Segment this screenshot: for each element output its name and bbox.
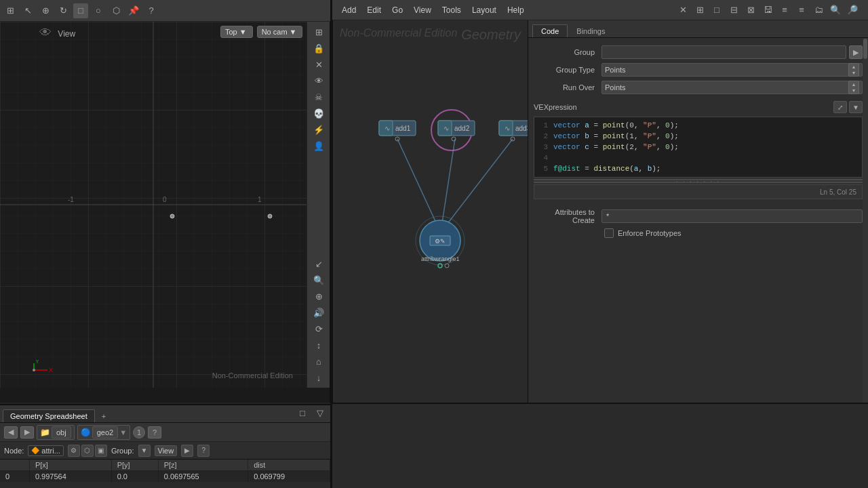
topbar-icon-1[interactable]: ✕ [675,3,690,18]
node-add2[interactable]: ∿ add2 [431,110,475,150]
nocam-dropdown[interactable]: No cam ▼ [257,26,303,38]
right-tool-13[interactable]: ⟳ [311,321,326,336]
node-icon-1[interactable]: ⚙ [68,445,80,457]
topbar-icon-11[interactable]: 🔎 [845,3,860,18]
nav-forward-button[interactable]: ▶ [20,426,34,439]
group-input[interactable] [601,45,846,59]
help-button[interactable]: ? [197,445,210,457]
toolbar-transform-icon[interactable]: ⊕ [38,3,53,18]
tab-bindings[interactable]: Bindings [568,24,614,37]
node-network-panel[interactable]: ⊞ Add Edit Go View Tools Layout Help Non… [332,0,528,403]
toolbar-help-icon[interactable]: ? [144,3,159,18]
nav-help-button[interactable]: ? [148,426,161,439]
grid-area[interactable]: -1 0 1 Non-Commercial Edition X Y [0,22,307,388]
menu-add[interactable]: Add [336,3,361,18]
toolbar-rotate-icon[interactable]: ↻ [56,3,71,18]
topbar-icon-2[interactable]: ⊞ [692,3,707,18]
group-type-control: Points ▲ ▼ [601,63,863,77]
topbar-icon-5[interactable]: ⊠ [743,3,758,18]
menu-edit[interactable]: Edit [361,3,387,18]
right-tool-3[interactable]: ✕ [311,57,326,72]
topbar-icon-6[interactable]: 🖫 [760,3,775,18]
toolbar-pin-icon[interactable]: 📌 [126,3,141,18]
menu-help[interactable]: Help [502,3,530,18]
menu-layout[interactable]: Layout [467,3,502,18]
right-tool-4[interactable]: 👁 [311,73,326,88]
view-dropdowns: Top ▼ No cam ▼ [220,26,302,38]
right-tool-6[interactable]: 💀 [311,106,326,121]
topbar-icon-10[interactable]: 🔍 [828,3,843,18]
node-icon-3[interactable]: ▣ [95,445,107,457]
view-dropdown[interactable]: View [155,445,178,456]
right-tool-15[interactable]: ⌂ [311,354,326,369]
svg-text:add1: add1 [395,125,411,132]
properties-panel: ⚙ Attribute Wrangle attribwrangle1 ⚙ 🔍 ?… [528,0,868,403]
node-icon-2[interactable]: ⬡ [81,445,94,457]
run-over-spinner[interactable]: ▲ ▼ [848,81,859,94]
right-tool-5[interactable]: ☠ [311,89,326,104]
ss-minimize-icon[interactable]: □ [295,405,310,420]
properties-scrollbar[interactable] [863,38,868,403]
menu-tools[interactable]: Tools [437,3,467,18]
topbar-icon-7[interactable]: ≡ [777,3,792,18]
run-over-control: Points ▲ ▼ [601,81,863,94]
right-tool-7[interactable]: ⚡ [311,122,326,137]
nav-context-dropdown[interactable]: obj [52,426,71,439]
vex-dropdown-btn[interactable]: ▼ [849,101,863,113]
node-add1[interactable]: ∿ add1 [379,121,416,141]
play-button[interactable]: ▶ [181,445,193,457]
nav-number-button[interactable]: 1 [133,426,145,439]
ss-expand-icon[interactable]: ▽ [313,405,328,420]
svg-point-8 [268,214,272,218]
right-tool-11[interactable]: ⊕ [311,289,326,304]
run-over-dropdown[interactable]: Points ▲ ▼ [601,81,863,94]
right-tool-10[interactable]: 🔍 [311,272,326,287]
right-tool-1[interactable]: ⊞ [311,24,326,39]
toolbar-box-icon[interactable]: □ [73,3,88,18]
code-line-5: 5 f@dist = distance(a, b); [537,163,859,174]
scrollbar-thumb[interactable] [863,39,867,59]
vex-resize-handle[interactable]: · · · · · · · [534,179,863,183]
svg-text:∿: ∿ [505,125,510,132]
toolbar-grid-icon[interactable]: ⊞ [3,3,18,18]
attr-create-input[interactable]: * [601,209,863,223]
tab-code[interactable]: Code [532,24,568,37]
group-filter-icon[interactable]: ▼ [138,445,151,457]
node-add3[interactable]: ∿ add3 [499,121,528,141]
node-network-svg[interactable]: ∿ add1 ∿ add2 ∿ add3 ⚙✎ [333,20,528,403]
menu-view[interactable]: View [408,3,437,18]
right-tool-2[interactable]: 🔒 [311,41,326,56]
nav-back-button[interactable]: ◀ [4,426,18,439]
toolbar-select-icon[interactable]: ↖ [20,3,35,18]
menu-go[interactable]: Go [387,3,408,18]
top-dropdown[interactable]: Top ▼ [220,26,253,38]
right-tool-16[interactable]: ↓ [311,370,326,385]
table-header-row: P[x]P[y]P[z]dist [0,460,330,471]
add-tab-button[interactable]: + [96,410,111,422]
nav-geo-dropdown[interactable]: geo2 [92,426,118,439]
enforce-proto-checkbox[interactable] [604,228,614,238]
node-icon-group: ⚙ ⬡ ▣ [68,445,107,457]
right-tool-9[interactable]: ↙ [311,256,326,271]
group-type-dropdown[interactable]: Points ▲ ▼ [601,63,863,77]
toolbar-circle-icon[interactable]: ○ [91,3,106,18]
toolbar-node-icon[interactable]: ⬡ [108,3,123,18]
svg-text:1: 1 [258,196,262,203]
spreadsheet-panel: Geometry Spreadsheet + □ ▽ ◀ ▶ 📁 obj 🔵 g… [0,404,330,488]
network-properties-bottom [332,404,868,488]
viewport-panel: ⊞ ↖ ⊕ ↻ □ ○ ⬡ 📌 ? 👁 View Top ▼ No cam ▼ [0,0,330,403]
group-type-spinner[interactable]: ▲ ▼ [848,63,859,77]
topbar-icon-9[interactable]: 🗂 [811,3,826,18]
right-tool-8[interactable]: 👤 [311,138,326,153]
topbar-icon-4[interactable]: ⊟ [726,3,741,18]
group-arrow-button[interactable]: ▶ [849,45,863,59]
right-tool-14[interactable]: ↕ [311,338,326,352]
code-editor[interactable]: 1 vector a = point(0, "P", 0); 2 vector … [534,117,863,178]
topbar-icon-3[interactable]: □ [709,3,724,18]
enforce-proto-row: Enforce Prototypes [528,226,868,240]
vex-expand-btn[interactable]: ⤢ [833,101,847,113]
geometry-spreadsheet-tab[interactable]: Geometry Spreadsheet [3,409,95,422]
right-tool-12[interactable]: 🔊 [311,305,326,320]
topbar-icon-8[interactable]: ≡ [794,3,809,18]
node-attribwrangle1[interactable]: ⚙✎ attribwrangle1 [416,216,465,268]
